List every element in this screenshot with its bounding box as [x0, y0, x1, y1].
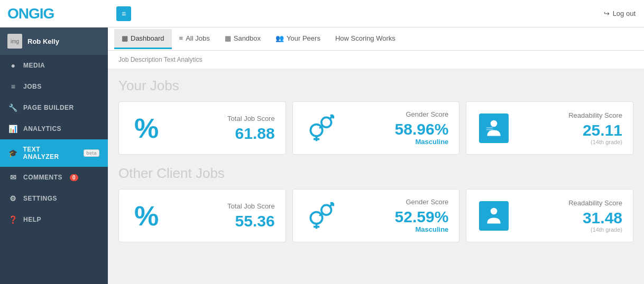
- other-jobs-gender-score-card: Gender Score 52.59% Masculine: [292, 189, 460, 242]
- card-sub: Masculine: [415, 138, 448, 146]
- sidebar-item-media[interactable]: ● MEDIA: [0, 55, 108, 76]
- tab-dashboard[interactable]: ▦ Dashboard: [114, 29, 172, 49]
- your-jobs-gender-score-card: Gender Score 58.96% Masculine: [292, 101, 460, 155]
- peers-icon: 👥: [275, 34, 284, 42]
- gender-icon-area: [303, 201, 337, 231]
- readability-icon-area: [477, 201, 511, 231]
- wrench-icon: 🔧: [8, 103, 18, 112]
- sandbox-icon: ▦: [225, 34, 231, 42]
- readability-icon: [479, 201, 509, 231]
- tab-label: All Jobs: [186, 34, 210, 42]
- sidebar-item-comments[interactable]: ✉ COMMENTS 0: [0, 167, 108, 188]
- other-jobs-readability-score-card: Readability Score 31.48 (14th grade): [466, 189, 633, 242]
- nav-tabs: ▦ Dashboard ≡ All Jobs ▦ Sandbox 👥 Your …: [108, 27, 644, 51]
- sidebar-item-analytics[interactable]: 📊 ANALYTICS: [0, 118, 108, 139]
- card-text: Gender Score 52.59% Masculine: [346, 198, 449, 233]
- tab-your-peers[interactable]: 👥 Your Peers: [268, 29, 328, 49]
- your-jobs-readability-score-card: Readability Score 25.11 (14th grade): [466, 101, 633, 155]
- sidebar-item-label: SETTINGS: [23, 195, 57, 202]
- card-text: Total Job Score 61.88: [172, 115, 275, 142]
- settings-icon: ⚙: [8, 194, 18, 203]
- card-label: Total Job Score: [227, 202, 275, 210]
- logo: ONGIG: [7, 5, 54, 22]
- logout-icon: ↪: [604, 10, 610, 17]
- tab-sandbox[interactable]: ▦ Sandbox: [217, 29, 268, 49]
- user-area: img Rob Kelly: [0, 27, 108, 55]
- percent-icon-area: %: [130, 202, 163, 230]
- card-value: 52.59%: [395, 208, 449, 225]
- card-sub: Masculine: [415, 225, 448, 233]
- topbar-left: ≡: [116, 6, 131, 21]
- percent-icon: %: [134, 115, 159, 142]
- card-label: Gender Score: [406, 110, 448, 118]
- main-area: ≡ ↪ Log out ▦ Dashboard ≡ All Jobs ▦ San…: [108, 0, 644, 284]
- person-book-icon: [484, 119, 503, 138]
- card-label: Gender Score: [406, 198, 448, 206]
- sidebar-item-page-builder[interactable]: 🔧 PAGE BUILDER: [0, 97, 108, 118]
- breadcrumb-text: Job Description Text Analytics: [118, 56, 203, 63]
- card-note: (14th grade): [591, 139, 622, 145]
- sidebar-item-label: JOBS: [23, 83, 42, 90]
- tab-all-jobs[interactable]: ≡ All Jobs: [172, 29, 217, 49]
- gender-symbol-icon: [306, 201, 335, 231]
- help-icon: ❓: [8, 215, 18, 224]
- card-text: Total Job Score 55.36: [172, 202, 275, 230]
- sidebar-item-label: MEDIA: [23, 62, 45, 69]
- gender-icon-area: [303, 113, 337, 143]
- topbar: ≡ ↪ Log out: [108, 0, 644, 27]
- readability-icon-area: [477, 113, 511, 143]
- card-value: 25.11: [583, 121, 622, 139]
- card-note: (14th grade): [591, 226, 622, 233]
- logout-area[interactable]: ↪ Log out: [604, 10, 636, 17]
- tab-label: Dashboard: [131, 34, 164, 42]
- your-jobs-cards: % Total Job Score 61.88: [118, 101, 633, 155]
- beta-badge: beta: [84, 149, 99, 157]
- sidebar-item-label: HELP: [23, 216, 41, 223]
- card-value: 55.36: [235, 212, 275, 230]
- comments-icon: ✉: [8, 173, 18, 182]
- tab-label: Your Peers: [287, 34, 320, 42]
- card-value: 58.96%: [395, 120, 449, 138]
- gender-symbol-icon: [306, 113, 335, 143]
- card-value: 61.88: [235, 125, 275, 142]
- sidebar-item-label: COMMENTS: [23, 174, 62, 181]
- other-client-jobs-title: Other Client Jobs: [118, 165, 633, 182]
- card-text: Gender Score 58.96% Masculine: [346, 110, 449, 146]
- card-label: Readability Score: [568, 199, 622, 207]
- avatar-label: img: [11, 39, 19, 44]
- your-jobs-title: Your Jobs: [118, 78, 633, 94]
- sidebar-item-text-analyzer[interactable]: 🎓 TEXT ANALYZER beta: [0, 139, 108, 167]
- card-value: 31.48: [583, 209, 622, 226]
- percent-icon: %: [134, 202, 159, 230]
- sidebar-item-label: PAGE BUILDER: [23, 104, 74, 111]
- tab-how-scoring-works[interactable]: How Scoring Works: [328, 29, 403, 49]
- user-name: Rob Kelly: [27, 37, 59, 45]
- avatar: img: [7, 34, 22, 49]
- logo-area: ONGIG: [0, 0, 108, 27]
- readability-icon: [479, 113, 509, 143]
- sidebar-item-label: ANALYTICS: [23, 125, 61, 132]
- sidebar-nav: ● MEDIA ≡ JOBS 🔧 PAGE BUILDER 📊 ANALYTIC…: [0, 55, 108, 284]
- sidebar-item-label: TEXT ANALYZER: [23, 146, 77, 160]
- logout-label: Log out: [613, 10, 636, 17]
- tab-label: How Scoring Works: [335, 34, 395, 42]
- your-jobs-total-score-card: % Total Job Score 61.88: [118, 101, 286, 155]
- card-label: Readability Score: [568, 111, 622, 119]
- content-inner: Your Jobs % Total Job Score 61.88: [108, 69, 644, 261]
- menu-button[interactable]: ≡: [116, 6, 131, 21]
- other-jobs-total-score-card: % Total Job Score 55.36: [118, 189, 286, 242]
- sidebar: ONGIG img Rob Kelly ● MEDIA ≡ JOBS 🔧 PAG…: [0, 0, 108, 284]
- sidebar-item-settings[interactable]: ⚙ SETTINGS: [0, 188, 108, 209]
- sidebar-item-jobs[interactable]: ≡ JOBS: [0, 76, 108, 97]
- jobs-icon: ≡: [8, 82, 18, 91]
- card-label: Total Job Score: [227, 115, 275, 122]
- media-icon: ●: [8, 61, 18, 70]
- breadcrumb: Job Description Text Analytics: [108, 51, 644, 69]
- person-book-icon: [484, 206, 503, 225]
- percent-icon-area: %: [130, 115, 163, 142]
- comments-badge: 0: [70, 174, 78, 181]
- sidebar-item-help[interactable]: ❓ HELP: [0, 209, 108, 230]
- svg-rect-9: [486, 127, 493, 128]
- svg-rect-10: [486, 129, 493, 130]
- other-client-jobs-cards: % Total Job Score 55.36: [118, 189, 633, 242]
